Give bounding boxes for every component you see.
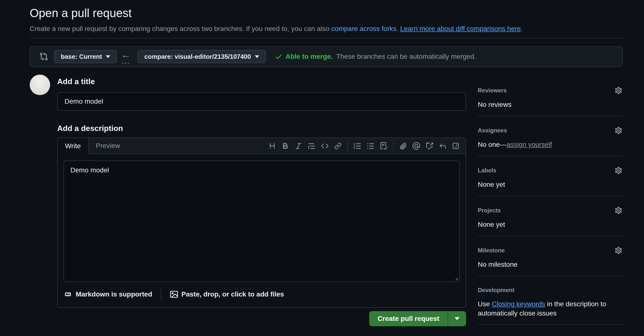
base-branch-button[interactable]: base: Current bbox=[54, 50, 117, 63]
compare-branch-label: compare: visual-editor/2135/107400 bbox=[144, 53, 251, 61]
gear-icon[interactable] bbox=[614, 246, 622, 255]
markdown-editor: Write Preview bbox=[57, 137, 466, 308]
sidebar-section-milestone: Milestone No milestone bbox=[478, 236, 622, 276]
description-textarea[interactable]: Demo model bbox=[64, 160, 460, 282]
merge-status: Able to merge. These branches can be aut… bbox=[275, 53, 476, 61]
page-title: Open a pull request bbox=[30, 6, 622, 21]
page-subtitle: Create a new pull request by comparing c… bbox=[30, 24, 622, 34]
tab-write[interactable]: Write bbox=[58, 138, 88, 154]
milestone-label: Milestone bbox=[478, 247, 505, 254]
development-label: Development bbox=[478, 286, 514, 294]
diff-comparisons-link[interactable]: Learn more about diff comparisons here bbox=[400, 25, 521, 33]
projects-label: Projects bbox=[478, 207, 501, 214]
assignees-label: Assignees bbox=[478, 126, 507, 134]
assignees-value-prefix: No one— bbox=[478, 141, 506, 148]
check-icon bbox=[275, 53, 282, 61]
assign-yourself-link[interactable]: assign yourself bbox=[506, 141, 552, 148]
development-value: Use Closing keywords in the description … bbox=[478, 299, 622, 318]
mention-icon[interactable] bbox=[410, 140, 422, 151]
sidebar-section-projects: Projects None yet bbox=[478, 196, 622, 236]
markdown-icon bbox=[64, 291, 72, 297]
reviewers-value: No reviews bbox=[478, 100, 622, 109]
slash-commands-icon[interactable] bbox=[450, 140, 461, 151]
sidebar-section-development: Development Use Closing keywords in the … bbox=[478, 276, 622, 325]
subtitle-text: Create a new pull request by comparing c… bbox=[30, 25, 331, 33]
subtitle-separator: . bbox=[396, 25, 400, 33]
labels-label: Labels bbox=[478, 166, 496, 174]
editor-body: Demo model Markdown is supported bbox=[58, 154, 466, 307]
create-pull-request-button[interactable]: Create pull request bbox=[369, 311, 448, 326]
create-pull-request-dropdown-button[interactable] bbox=[448, 311, 466, 326]
sidebar: Reviewers No reviews Assignees No one—as… bbox=[478, 75, 622, 336]
footer-divider bbox=[161, 287, 161, 301]
bold-icon[interactable] bbox=[280, 140, 291, 151]
reply-icon[interactable] bbox=[437, 140, 448, 151]
description-heading: Add a description bbox=[57, 123, 466, 133]
cross-reference-icon[interactable] bbox=[424, 140, 435, 151]
branch-compare-bar: base: Current ← … compare: visual-editor… bbox=[30, 46, 622, 67]
title-input[interactable] bbox=[57, 92, 466, 111]
heading-icon[interactable] bbox=[266, 140, 278, 151]
markdown-note-label: Markdown is supported bbox=[76, 290, 152, 298]
toolbar-divider bbox=[347, 141, 348, 150]
paste-note-label: Paste, drop, or click to add files bbox=[181, 290, 284, 298]
helpful-resources: Helpful resources GitHub Community Guide… bbox=[478, 325, 622, 336]
sidebar-section-reviewers: Reviewers No reviews bbox=[478, 75, 622, 116]
attach-files-area[interactable]: Paste, drop, or click to add files bbox=[170, 290, 284, 298]
unordered-list-icon[interactable] bbox=[365, 140, 376, 151]
code-icon[interactable] bbox=[319, 140, 330, 151]
attach-file-icon[interactable] bbox=[398, 140, 409, 151]
page-header: Open a pull request Create a new pull re… bbox=[30, 6, 622, 39]
sidebar-section-labels: Labels None yet bbox=[478, 156, 622, 196]
quote-icon[interactable] bbox=[306, 140, 317, 151]
title-heading: Add a title bbox=[57, 77, 466, 86]
labels-value: None yet bbox=[478, 180, 622, 189]
gear-icon[interactable] bbox=[614, 206, 622, 215]
gear-icon[interactable] bbox=[614, 166, 622, 175]
arrow-left-icon: ← … bbox=[121, 51, 131, 63]
compare-branch-button[interactable]: compare: visual-editor/2135/107400 bbox=[138, 50, 266, 63]
compare-across-forks-link[interactable]: compare across forks bbox=[331, 25, 396, 33]
reviewers-label: Reviewers bbox=[478, 87, 507, 94]
projects-value: None yet bbox=[478, 220, 622, 229]
sidebar-section-assignees: Assignees No one—assign yourself bbox=[478, 116, 622, 156]
markdown-toolbar bbox=[266, 138, 466, 154]
open-pull-request-page: Open a pull request Create a new pull re… bbox=[0, 0, 644, 336]
image-icon bbox=[170, 290, 178, 298]
avatar bbox=[30, 75, 50, 95]
pull-request-form: Add a title Add a description Write Prev… bbox=[57, 75, 466, 336]
tasklist-icon[interactable] bbox=[378, 140, 389, 151]
tab-preview[interactable]: Preview bbox=[88, 138, 128, 154]
gear-icon[interactable] bbox=[614, 86, 622, 95]
numbered-list-icon[interactable] bbox=[352, 140, 363, 151]
arrow-dots: … bbox=[122, 59, 130, 63]
form-actions: Create pull request bbox=[57, 311, 466, 326]
subtitle-period: . bbox=[521, 25, 523, 33]
assignees-value: No one—assign yourself bbox=[478, 140, 622, 149]
resize-grip[interactable] bbox=[453, 275, 458, 280]
gear-icon[interactable] bbox=[614, 126, 622, 135]
merge-status-description: These branches can be automatically merg… bbox=[336, 53, 476, 61]
merge-status-title: Able to merge. bbox=[286, 53, 333, 61]
editor-tabs: Write Preview bbox=[58, 138, 466, 154]
editor-footer: Markdown is supported Paste, drop, or cl… bbox=[64, 287, 460, 301]
git-compare-icon bbox=[40, 52, 48, 61]
chevron-down-icon bbox=[455, 317, 460, 320]
toolbar-divider bbox=[393, 141, 394, 150]
development-value-prefix: Use bbox=[478, 300, 492, 308]
markdown-supported-note[interactable]: Markdown is supported bbox=[64, 290, 152, 298]
milestone-value: No milestone bbox=[478, 260, 622, 269]
chevron-down-icon bbox=[106, 55, 110, 58]
italic-icon[interactable] bbox=[293, 140, 304, 151]
chevron-down-icon bbox=[255, 55, 259, 58]
closing-keywords-link[interactable]: Closing keywords bbox=[492, 300, 545, 308]
base-branch-label: base: Current bbox=[61, 53, 102, 61]
link-icon[interactable] bbox=[332, 140, 344, 151]
